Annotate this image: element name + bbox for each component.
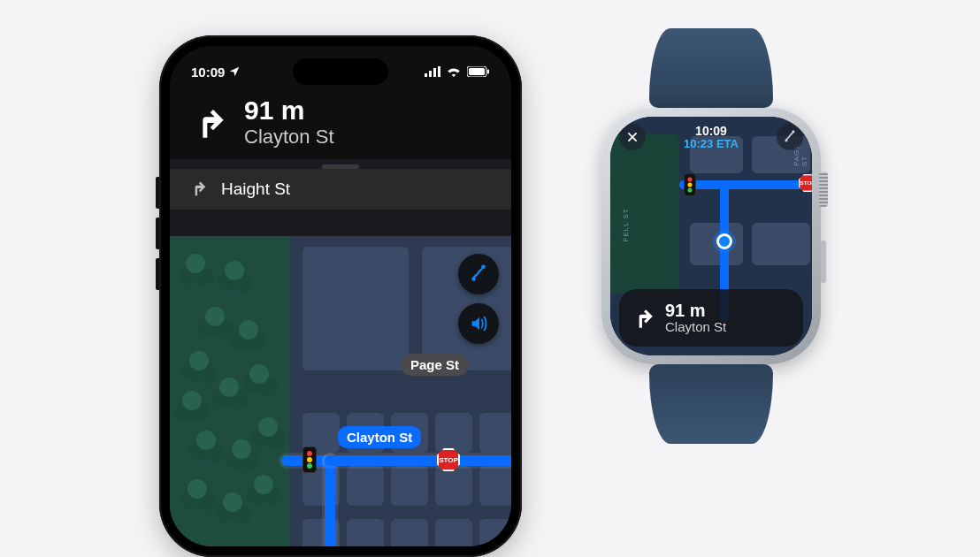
svg-point-7: [471, 277, 476, 281]
map-street-label: FELL ST: [622, 208, 630, 241]
direction-distance: 91 m: [244, 97, 334, 124]
next-turn-street: Haight St: [221, 179, 290, 199]
turn-right-icon: [189, 103, 228, 142]
wifi-icon: [446, 66, 462, 77]
svg-rect-2: [433, 68, 436, 77]
location-icon: [228, 65, 241, 78]
direction-distance: 91 m: [665, 301, 726, 319]
iphone-device: 10:09 91 m: [159, 35, 522, 557]
route-segment: [325, 455, 511, 466]
map-label-cross-street: Page St: [402, 354, 468, 376]
watch-device: STOP FELL ST PAGE ST 10:09 10:23 ETA: [601, 28, 821, 444]
svg-rect-3: [438, 66, 440, 77]
map-label-route-street: Clayton St: [338, 426, 421, 448]
watch-time: 10:09: [684, 124, 739, 138]
direction-street: Clayton St: [665, 319, 726, 334]
direction-street: Clayton St: [244, 126, 334, 149]
stop-sign-icon: STOP: [799, 174, 812, 192]
watch-crown[interactable]: [819, 172, 828, 207]
iphone-screen: 10:09 91 m: [170, 46, 511, 546]
battery-icon: [467, 66, 490, 77]
svg-point-10: [792, 131, 795, 134]
traffic-light-icon: [684, 173, 696, 196]
close-button[interactable]: [619, 124, 646, 150]
watch-side-button[interactable]: [821, 240, 826, 283]
svg-rect-5: [469, 68, 485, 75]
map-view[interactable]: STOP Clayton St Page St: [170, 236, 511, 546]
svg-rect-1: [429, 71, 432, 77]
audio-button[interactable]: [458, 303, 499, 344]
turn-right-icon: [632, 307, 655, 330]
watch-eta: 10:23 ETA: [684, 138, 739, 151]
turn-right-icon: [189, 179, 209, 199]
next-turn-row[interactable]: Haight St: [170, 169, 511, 210]
watch-status-bar: 10:09 10:23 ETA: [610, 124, 812, 151]
watch-band: [649, 364, 773, 444]
map-background: STOP Clayton St Page St: [170, 236, 511, 546]
svg-rect-0: [425, 73, 427, 77]
svg-point-8: [481, 264, 486, 269]
status-time: 10:09: [191, 65, 225, 80]
watch-band: [649, 28, 773, 108]
route-overview-button[interactable]: [777, 124, 803, 150]
watch-screen: STOP FELL ST PAGE ST 10:09 10:23 ETA: [610, 117, 812, 355]
current-location-dot: [716, 233, 732, 249]
svg-rect-6: [487, 70, 489, 74]
watch-direction-banner[interactable]: 91 m Clayton St: [619, 289, 803, 347]
watch-case: STOP FELL ST PAGE ST 10:09 10:23 ETA: [601, 108, 821, 364]
cellular-icon: [425, 66, 440, 77]
route-segment: [679, 180, 812, 189]
traffic-light-icon: [302, 446, 317, 473]
route-segment: [325, 455, 335, 546]
route-overview-button[interactable]: [458, 254, 499, 294]
dynamic-island: [293, 58, 388, 85]
svg-point-9: [785, 140, 788, 142]
